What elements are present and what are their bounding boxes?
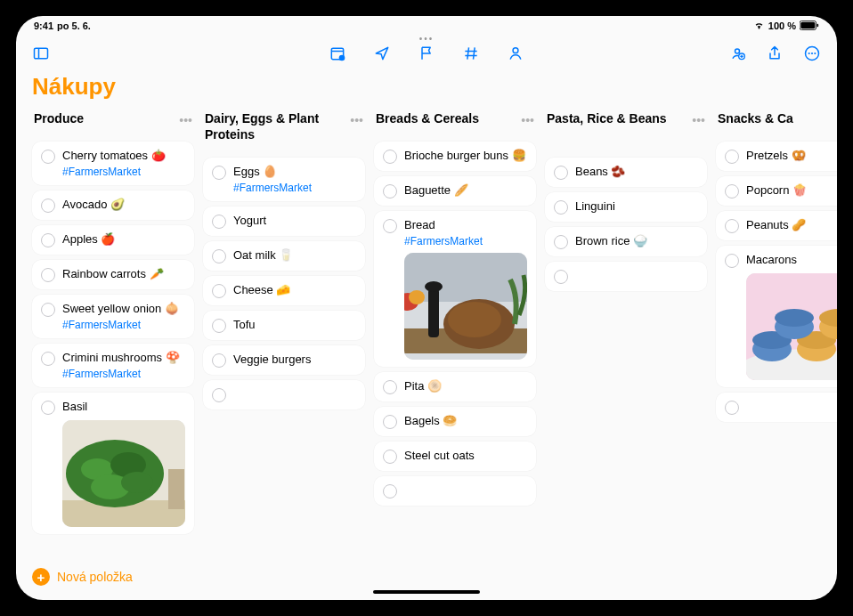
collaborate-icon[interactable] [728,45,746,62]
checkbox-circle[interactable] [212,319,226,333]
checkbox-circle[interactable] [383,380,397,394]
item-body: Sweet yellow onion 🧅#FarmersMarket [62,302,185,331]
list-item[interactable]: Peanuts 🥜 [716,211,837,240]
column-title[interactable]: Breads & Cereals [376,111,479,127]
item-image[interactable] [62,420,185,527]
item-image[interactable] [404,253,527,360]
item-label: Cheese 🧀 [233,283,356,298]
column-more-icon[interactable]: ••• [350,111,363,127]
list-item[interactable]: Cheese 🧀 [203,276,365,305]
checkbox-circle[interactable] [383,184,397,199]
checkbox-circle[interactable] [41,150,55,164]
column-more-icon[interactable]: ••• [179,111,192,127]
column-more-icon[interactable]: ••• [521,111,534,127]
item-empty[interactable] [203,380,365,409]
checkbox-circle[interactable] [554,270,568,284]
list-item[interactable]: Basil [32,393,194,534]
column-title[interactable]: Snacks & Ca [718,111,793,127]
checkbox-circle[interactable] [212,388,226,402]
checkbox-circle[interactable] [41,401,55,415]
flag-icon[interactable] [418,45,435,62]
list-item[interactable]: Pita 🫓 [374,372,536,401]
checkbox-circle[interactable] [41,233,55,247]
list-item[interactable]: Apples 🍎 [32,225,194,255]
checkbox-circle[interactable] [383,219,397,233]
list-item[interactable]: Oat milk 🥛 [203,241,365,271]
more-icon[interactable] [803,45,821,62]
checkbox-circle[interactable] [41,199,55,213]
item-empty[interactable] [374,476,536,506]
checkbox-circle[interactable] [554,235,568,249]
checkbox-circle[interactable] [383,150,397,164]
list-item[interactable]: Avocado 🥑 [32,190,194,220]
list-item[interactable]: Rainbow carrots 🥕 [32,260,194,289]
checkbox-circle[interactable] [383,415,397,429]
location-icon[interactable] [373,45,391,62]
column-title[interactable]: Produce [34,111,84,127]
item-tag[interactable]: #FarmersMarket [62,319,185,331]
list-item[interactable]: Yogurt [203,207,365,236]
list-item[interactable]: Linguini [545,192,707,222]
list-item[interactable]: Steel cut oats [374,442,536,471]
list-item[interactable]: Crimini mushrooms 🍄#FarmersMarket [32,344,194,387]
list-item[interactable]: Popcorn 🍿 [716,176,837,206]
list-item[interactable]: Bread#FarmersMarket [374,211,536,367]
column-title[interactable]: Pasta, Rice & Beans [547,111,667,127]
list-item[interactable]: Tofu [203,311,365,340]
checkbox-circle[interactable] [212,215,226,229]
checkbox-circle[interactable] [212,284,226,298]
sidebar-icon[interactable] [32,45,50,62]
list-item[interactable]: Beans 🫘 [545,158,707,187]
bottom-bar: + Nová položka [16,559,837,600]
checkbox-circle[interactable] [41,268,55,282]
list-item[interactable]: Eggs 🥚#FarmersMarket [203,158,365,201]
svg-point-40 [775,309,814,327]
item-empty[interactable] [545,262,707,291]
list-item[interactable]: Brown rice 🍚 [545,227,707,256]
checkbox-circle[interactable] [212,166,226,180]
item-tag[interactable]: #FarmersMarket [62,166,185,178]
list-item[interactable]: Sweet yellow onion 🧅#FarmersMarket [32,295,194,338]
checkbox-circle[interactable] [41,303,55,317]
checkbox-circle[interactable] [383,450,397,464]
item-label: Tofu [233,318,356,333]
checkbox-circle[interactable] [383,484,397,498]
checkbox-circle[interactable] [725,184,739,199]
list-item[interactable]: Pretzels 🥨 [716,142,837,171]
checkbox-circle[interactable] [725,150,739,164]
item-label: Baguette 🥖 [404,183,527,199]
checkbox-circle[interactable] [212,353,226,368]
list-item[interactable]: Bagels 🥯 [374,407,536,436]
home-indicator[interactable] [373,590,480,594]
item-tag[interactable]: #FarmersMarket [404,235,527,247]
checkbox-circle[interactable] [725,254,739,268]
item-empty[interactable] [716,393,837,422]
item-tag[interactable]: #FarmersMarket [62,368,185,380]
new-item-button[interactable]: + Nová položka [32,568,133,586]
svg-rect-29 [428,288,439,337]
share-icon[interactable] [766,45,784,62]
item-body [233,387,356,402]
item-body: Bagels 🥯 [404,414,527,429]
calendar-icon[interactable] [329,45,346,62]
item-image[interactable] [746,273,837,380]
checkbox-circle[interactable] [725,219,739,233]
list-item[interactable]: Baguette 🥖 [374,176,536,206]
svg-rect-1 [800,21,815,28]
checkbox-circle[interactable] [554,166,568,180]
checkbox-circle[interactable] [554,200,568,215]
list-item[interactable]: Cherry tomatoes 🍅#FarmersMarket [32,142,194,185]
hashtag-icon[interactable] [462,45,480,62]
list-item[interactable]: Veggie burgers [203,345,365,375]
item-tag[interactable]: #FarmersMarket [233,182,356,194]
checkbox-circle[interactable] [725,401,739,415]
wifi-icon [753,20,765,33]
column-title[interactable]: Dairy, Eggs & Plant Proteins [205,111,350,142]
list-item[interactable]: Brioche burger buns 🍔 [374,142,536,171]
item-body: Popcorn 🍿 [746,183,837,199]
checkbox-circle[interactable] [212,249,226,263]
person-icon[interactable] [507,45,524,62]
column-more-icon[interactable]: ••• [692,111,705,127]
checkbox-circle[interactable] [41,352,55,366]
list-item[interactable]: Macarons [716,246,837,387]
